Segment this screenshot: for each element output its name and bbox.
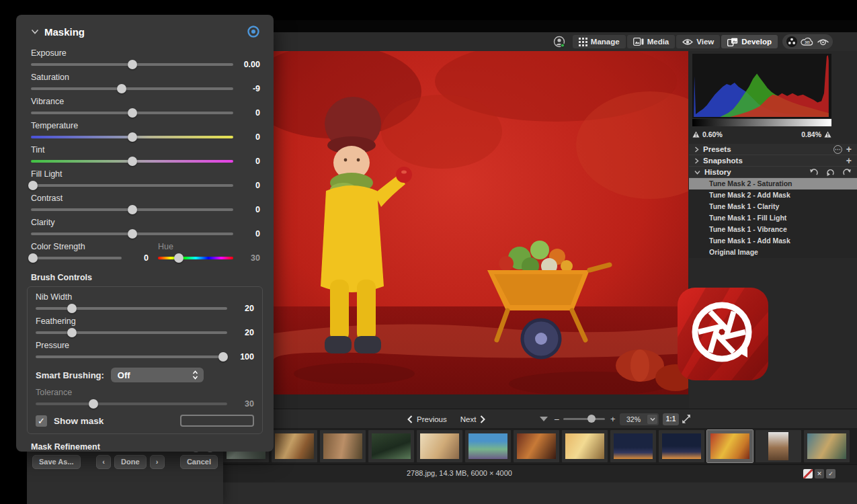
slider-track[interactable] [158, 257, 233, 259]
next-button[interactable]: Next [460, 415, 477, 423]
target-mask-icon[interactable] [247, 25, 260, 38]
accept-flag-icon[interactable]: ✓ [826, 469, 835, 478]
slider-thumb[interactable] [28, 253, 38, 263]
slider-thumb[interactable] [117, 84, 126, 93]
tab-view[interactable]: View [676, 35, 720, 48]
slider-track[interactable] [31, 63, 233, 66]
slider-track[interactable] [31, 208, 233, 211]
show-mask-checkbox[interactable]: ✓ [36, 415, 47, 427]
history-section-header[interactable]: History [689, 167, 857, 178]
account-avatar[interactable] [553, 36, 565, 48]
image-canvas[interactable] [274, 51, 688, 394]
slider-track[interactable] [31, 257, 122, 259]
snapshots-section-header[interactable]: Snapshots + [689, 155, 857, 167]
slider-saturation: Saturation-9 [31, 73, 260, 94]
redo-icon[interactable] [843, 169, 852, 176]
filmstrip-thumbnail-couple-on-beach[interactable] [417, 430, 462, 462]
history-item[interactable]: Tune Mask 1 - Add Mask [689, 235, 857, 247]
shadow-clipping[interactable]: 0.60% [692, 130, 723, 138]
filmstrip-thumbnail-campfire-night-sky-2[interactable] [659, 430, 704, 462]
slider-thumb[interactable] [67, 304, 77, 313]
slider-thumb[interactable] [89, 399, 98, 409]
previous-image-button[interactable]: ‹ [96, 455, 111, 469]
status-bar: 2788.jpg, 14.3 MB, 6000 × 4000 ✕ ✓ [155, 464, 857, 482]
quick-view-icon[interactable] [817, 37, 829, 47]
slider-thumb[interactable] [128, 108, 137, 118]
fit-image-icon[interactable] [682, 414, 692, 424]
slider-track[interactable] [31, 112, 233, 114]
slider-track[interactable] [31, 136, 233, 138]
clear-flag-icon[interactable]: ✕ [815, 469, 824, 478]
presets-section-header[interactable]: Presets ⋯ + [689, 144, 857, 155]
slider-thumb[interactable] [128, 132, 137, 142]
add-preset-icon[interactable]: + [846, 144, 852, 155]
smart-brushing-select[interactable]: Off [111, 368, 204, 382]
slider-track[interactable] [31, 87, 233, 90]
slider-track-line: 0 [31, 180, 260, 191]
previous-button[interactable]: Previous [417, 415, 447, 423]
save-as-button[interactable]: Save As... [32, 455, 81, 469]
slider-track-line: 20 [36, 327, 254, 338]
tab-manage[interactable]: Manage [573, 35, 626, 48]
slider-thumb[interactable] [67, 328, 77, 337]
slider-value: 0 [233, 181, 260, 190]
cloud-365-icon[interactable]: 365 [801, 36, 814, 47]
zoom-dropdown-icon[interactable] [647, 415, 657, 424]
revert-icon[interactable] [826, 169, 835, 176]
slider-thumb[interactable] [128, 205, 137, 214]
previous-icon[interactable] [407, 415, 413, 423]
histogram[interactable] [692, 54, 831, 118]
history-item[interactable]: Tune Mask 1 - Clarity [689, 201, 857, 212]
done-button[interactable]: Done [114, 455, 147, 469]
zoom-slider[interactable] [563, 418, 605, 420]
filmstrip-thumbnail-person-by-autumn-lake[interactable] [804, 430, 850, 462]
history-item[interactable]: Tune Mask 1 - Fill Light [689, 212, 857, 224]
highlight-clipping[interactable]: 0.84% [801, 130, 831, 138]
history-item[interactable]: Tune Mask 2 - Saturation [689, 178, 857, 190]
slider-value: 0 [233, 229, 260, 239]
slider-track[interactable] [31, 184, 233, 187]
mask-color-swatch[interactable] [180, 415, 254, 427]
filmstrip-thumbnail-child-in-yellow[interactable] [707, 430, 753, 462]
filmstrip-thumbnail-hands-holding-phone[interactable] [368, 430, 414, 462]
zoom-level-select[interactable]: 32% [620, 413, 659, 425]
filmstrip-thumbnail-autumn-forest-bird[interactable] [272, 430, 317, 462]
zoom-out-button[interactable]: − [554, 409, 559, 429]
filmstrip-thumbnail-dog-portrait[interactable] [756, 430, 801, 462]
undo-icon[interactable] [809, 169, 818, 176]
slider-track[interactable] [31, 233, 233, 235]
filmstrip-thumbnail-person-in-autumn-leaves[interactable] [514, 430, 559, 462]
actual-size-button[interactable]: 1:1 [663, 413, 679, 425]
next-image-button[interactable]: › [150, 455, 165, 469]
cancel-button[interactable]: Cancel [180, 455, 218, 469]
presets-more-icon[interactable]: ⋯ [833, 145, 842, 154]
mobile-sync-icon[interactable] [786, 36, 798, 48]
zoom-in-button[interactable]: + [610, 409, 616, 429]
filmstrip-thumbnail-hand-in-sunset-field[interactable] [562, 430, 608, 462]
slider-thumb[interactable] [128, 157, 137, 166]
slider-thumb[interactable] [174, 253, 183, 263]
reject-flag-icon[interactable] [803, 469, 813, 478]
slider-thumb[interactable] [128, 60, 137, 69]
slider-track[interactable] [31, 160, 233, 163]
history-item[interactable]: Tune Mask 2 - Add Mask [689, 190, 857, 201]
history-item[interactable]: Original Image [689, 247, 857, 258]
slider-track[interactable] [36, 307, 227, 310]
slider-track[interactable] [36, 403, 227, 405]
view-options-dropdown-icon[interactable] [539, 416, 548, 422]
slider-track[interactable] [36, 355, 227, 358]
history-item[interactable]: Tune Mask 1 - Vibrance [689, 224, 857, 235]
filmstrip-thumbnail-mountain-lake[interactable] [465, 430, 511, 462]
add-snapshot-icon[interactable]: + [846, 155, 852, 166]
tab-develop[interactable]: Develop [721, 35, 778, 48]
filmstrip-thumbnail-campfire-night-sky[interactable] [610, 430, 656, 462]
filmstrip-thumbnail-bird-on-branch[interactable] [320, 430, 366, 462]
slider-label: Tolerance [36, 388, 254, 398]
slider-track[interactable] [36, 331, 227, 334]
avatar-icon [553, 36, 565, 48]
slider-thumb[interactable] [28, 181, 38, 190]
slider-thumb[interactable] [128, 229, 137, 239]
next-icon[interactable] [480, 415, 485, 423]
tab-media[interactable]: Media [627, 35, 676, 48]
collapse-chevron-icon[interactable] [31, 29, 39, 34]
